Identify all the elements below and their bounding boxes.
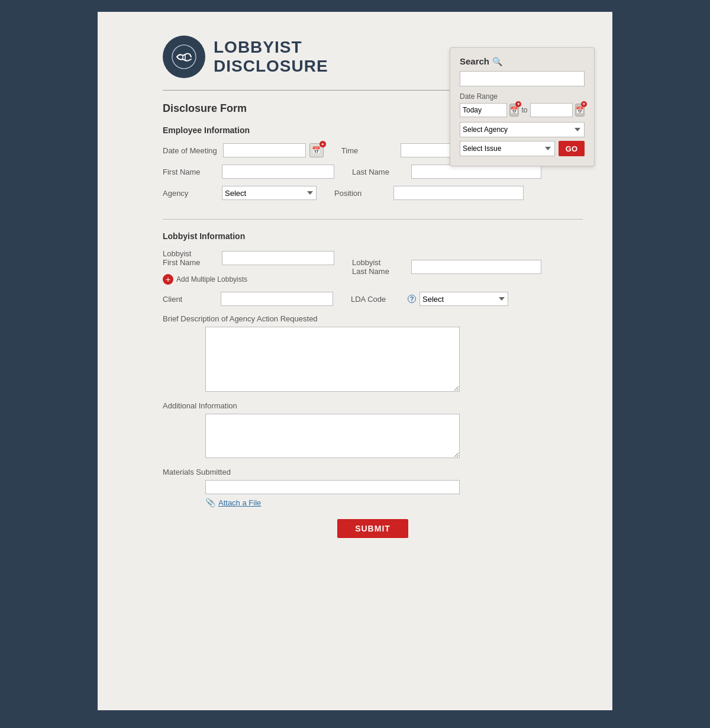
date-input-group: 📅 + <box>223 143 324 157</box>
position-row: Position <box>334 186 524 200</box>
lda-code-select[interactable]: Select <box>419 292 508 306</box>
additional-label: Additional Information <box>163 401 583 410</box>
search-icon: 🔍 <box>492 57 502 66</box>
agency-row: Agency Select <box>163 186 317 200</box>
search-issue-select[interactable]: Select Issue <box>460 141 555 156</box>
last-name-input[interactable] <box>411 165 541 179</box>
description-label: Brief Description of Agency Action Reque… <box>163 314 583 323</box>
name-row: First Name Last Name <box>163 165 583 186</box>
materials-input[interactable] <box>205 480 460 494</box>
date-range-label: Date Range <box>460 92 585 101</box>
date-of-meeting-input[interactable] <box>223 143 306 157</box>
client-label: Client <box>163 295 216 304</box>
position-input[interactable] <box>393 186 524 200</box>
add-multiple-button[interactable]: + <box>163 274 173 285</box>
date-of-meeting-label: Date of Meeting <box>163 146 217 155</box>
client-group: Client <box>163 292 333 306</box>
go-button[interactable]: GO <box>559 141 585 156</box>
search-panel: Search 🔍 Date Range 📅 + to 📅 + Select Ag… <box>450 47 595 166</box>
client-input[interactable] <box>221 292 333 306</box>
search-input[interactable] <box>460 71 585 86</box>
lobbyist-last-name-row: LobbyistLast Name <box>352 249 541 285</box>
calendar-from-button[interactable]: 📅 + <box>509 104 519 117</box>
search-agency-select[interactable]: Select Agency <box>460 122 585 137</box>
lobbyist-first-name-input[interactable] <box>222 251 334 265</box>
lobbyist-last-name-label: LobbyistLast Name <box>352 258 405 276</box>
search-go-row: Select Issue GO <box>460 141 585 156</box>
last-name-label: Last Name <box>352 167 405 176</box>
lobbyist-first-name-label: LobbyistFirst Name <box>163 249 216 267</box>
logo-icon <box>163 36 205 78</box>
lobbyist-section: Lobbyist Information LobbyistFirst Name … <box>163 231 583 507</box>
lobbyist-fn-group: LobbyistFirst Name + Add Multiple Lobbyi… <box>163 249 334 292</box>
add-multiple-row: + Add Multiple Lobbyists <box>163 274 334 285</box>
search-title: Search 🔍 <box>460 56 585 66</box>
date-range-row: 📅 + to 📅 + <box>460 103 585 117</box>
submit-button[interactable]: SUBMIT <box>337 519 408 538</box>
client-lda-row: Client LDA Code ? Select <box>163 292 583 306</box>
date-cal-plus: + <box>320 141 326 147</box>
page-container: LOBBYIST DISCLOSURE Search 🔍 Date Range … <box>98 12 612 710</box>
first-name-label: First Name <box>163 167 216 176</box>
agency-label: Agency <box>163 189 216 198</box>
description-textarea[interactable] <box>205 327 460 392</box>
lda-help-icon[interactable]: ? <box>408 295 416 303</box>
to-label: to <box>521 106 527 114</box>
svg-point-0 <box>172 45 196 69</box>
agency-select[interactable]: Select <box>222 186 317 200</box>
calendar-to-plus-badge: + <box>581 101 587 107</box>
additional-textarea[interactable] <box>205 414 460 458</box>
lobbyist-name-row: LobbyistFirst Name + Add Multiple Lobbyi… <box>163 249 583 292</box>
lobbyist-first-name-row: LobbyistFirst Name <box>163 249 334 267</box>
lobbyist-last-name-input[interactable] <box>411 260 541 274</box>
search-label: Search <box>460 56 489 66</box>
date-of-meeting-row: Date of Meeting 📅 + <box>163 143 324 157</box>
lda-group: LDA Code ? Select <box>351 292 508 306</box>
add-multiple-link[interactable]: Add Multiple Lobbyists <box>176 275 247 284</box>
section-divider-1 <box>163 219 583 220</box>
date-to-input[interactable] <box>530 103 573 117</box>
time-label: Time <box>341 146 395 155</box>
agency-position-row: Agency Select Position <box>163 186 583 207</box>
first-name-input[interactable] <box>222 165 334 179</box>
position-label: Position <box>334 189 388 198</box>
date-calendar-button[interactable]: 📅 + <box>309 143 324 157</box>
date-from-input[interactable] <box>460 103 507 117</box>
calendar-plus-badge: + <box>515 101 521 107</box>
calendar-to-button[interactable]: 📅 + <box>575 104 585 117</box>
attach-row: 📎 Attach a File <box>205 498 583 507</box>
first-name-row: First Name <box>163 165 334 179</box>
submit-row: SUBMIT <box>163 519 583 538</box>
attach-file-link[interactable]: Attach a File <box>218 498 261 507</box>
materials-label: Materials Submitted <box>163 468 583 476</box>
last-name-row: Last Name <box>352 165 541 179</box>
app-title: LOBBYIST DISCLOSURE <box>214 38 328 76</box>
lobbyist-section-title: Lobbyist Information <box>163 231 583 241</box>
lda-code-label: LDA Code <box>351 295 404 304</box>
paperclip-icon: 📎 <box>205 498 215 507</box>
